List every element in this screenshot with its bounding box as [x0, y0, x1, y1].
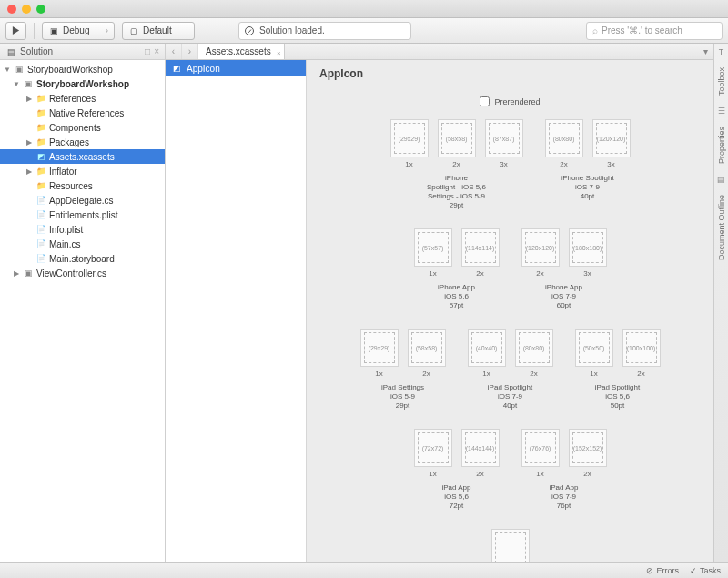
nav-forward-button[interactable]: › — [182, 44, 198, 59]
tree-item[interactable]: ▶📁Inflator — [0, 164, 165, 178]
icon-slot[interactable]: (72x72)1x — [412, 429, 454, 478]
project-node-2[interactable]: ▶ ▣ ViewController.cs — [0, 266, 165, 280]
item-label: Assets.xcassets — [49, 152, 115, 162]
minimize-window-button[interactable] — [22, 5, 31, 14]
close-window-button[interactable] — [7, 5, 16, 14]
chevron-down-icon[interactable]: ▼ — [4, 66, 11, 74]
pane-dock-icon[interactable]: □ — [145, 46, 150, 56]
tree-item[interactable]: ◩Assets.xcassets — [0, 149, 165, 164]
icon-well[interactable]: (58x58) — [408, 329, 446, 367]
icon-slot[interactable]: (29x29)1x — [359, 329, 400, 378]
group-label: iPhone App iOS 5,6 57pt — [412, 283, 501, 310]
chevron-right-icon[interactable]: ▶ — [25, 95, 33, 103]
icon-well[interactable]: (80x80) — [515, 329, 553, 367]
tree-item[interactable]: 📄AppDelegate.cs — [0, 193, 165, 208]
icon-slot[interactable]: (152x152)2x — [567, 429, 609, 478]
icon-slot[interactable]: (58x58)2x — [436, 119, 478, 168]
icon-slot[interactable]: (40x40)1x — [466, 329, 508, 378]
run-button[interactable] — [5, 22, 26, 40]
icon-slot[interactable]: (180x180)3x — [567, 228, 609, 278]
errors-button[interactable]: ⊘ Errors — [646, 566, 679, 575]
icon-well[interactable]: (87x87) — [485, 119, 523, 157]
tree-item[interactable]: ▶📁References — [0, 91, 165, 106]
icon-slot[interactable]: (114x114)2x — [460, 228, 501, 278]
project-node[interactable]: ▼ ▣ StoryboardWorkshop — [0, 76, 165, 91]
tree-item[interactable]: 📁Components — [0, 120, 165, 135]
icon-group-row: (29x29)1x(58x58)2xiPad Settings iOS 5-9 … — [319, 329, 701, 411]
icon-slot[interactable]: (29x29)1x — [389, 119, 430, 168]
properties-tab[interactable]: Properties — [717, 125, 726, 166]
tree-item[interactable]: ▶📁Packages — [0, 135, 165, 149]
icon-slot[interactable]: (80x80)2x — [543, 119, 585, 168]
slot-dimension: (57x57) — [415, 229, 451, 266]
group-label: iPad Spotlight iOS 5,6 50pt — [573, 383, 662, 411]
editor-tab[interactable]: Assets.xcassets × — [198, 44, 285, 59]
icon-well[interactable]: (29x29) — [360, 329, 399, 367]
icon-group-row: (29x29)1x(58x58)2x(87x87)3xiPhone Spotli… — [319, 119, 701, 210]
tree-item[interactable]: 📄Main.storyboard — [0, 251, 165, 266]
icon-slot[interactable]: (80x80)2x — [513, 329, 555, 378]
icon-slot[interactable] — [490, 529, 531, 562]
chevron-right-icon[interactable]: ▶ — [25, 167, 33, 176]
icon-slot[interactable]: (57x57)1x — [412, 228, 454, 278]
maximize-window-button[interactable] — [36, 5, 46, 14]
icon-well[interactable]: (57x57) — [414, 228, 452, 267]
icon-slot[interactable]: (120x120)2x — [520, 228, 561, 278]
tree-item[interactable]: 📄Entitlements.plist — [0, 208, 165, 222]
checkbox-input[interactable] — [480, 96, 490, 106]
toolbox-tab[interactable]: Toolbox — [717, 66, 726, 97]
slot-scale: 1x — [520, 470, 561, 478]
nav-back-button[interactable]: ‹ — [166, 44, 182, 59]
icon-well[interactable]: (80x80) — [545, 119, 583, 157]
icon-slot[interactable]: (58x58)2x — [406, 329, 448, 378]
icon-well[interactable] — [491, 529, 530, 562]
icon-slot[interactable]: (144x144)2x — [460, 429, 501, 478]
chevron-right-icon[interactable]: ▶ — [13, 269, 20, 278]
icon-slot[interactable]: (76x76)1x — [520, 429, 561, 478]
tree-item[interactable]: 📁Resources — [0, 178, 165, 193]
close-icon[interactable]: × — [277, 46, 281, 61]
icon-slot[interactable]: (120x120)3x — [591, 119, 632, 168]
icon-well[interactable]: (76x76) — [521, 429, 560, 467]
search-input[interactable]: ⌕ Press '⌘.' to search — [586, 22, 723, 40]
tree-item[interactable]: 📁Native References — [0, 106, 165, 120]
item-label: Entitlements.plist — [49, 210, 118, 220]
icon-well[interactable]: (29x29) — [390, 119, 429, 157]
asset-list[interactable]: ◩ AppIcon — [166, 60, 307, 562]
prerendered-checkbox[interactable]: Prerendered — [319, 96, 701, 106]
project-icon: ▣ — [23, 268, 34, 279]
icon-well[interactable]: (120x120) — [521, 228, 560, 267]
icon-well[interactable]: (120x120) — [592, 119, 631, 157]
chevron-right-icon[interactable]: ▶ — [25, 138, 33, 147]
tree-item[interactable]: 📄Info.plist — [0, 222, 165, 237]
icon-well[interactable]: (40x40) — [468, 329, 506, 367]
solution-tree[interactable]: ▼ ▣ StoryboardWorkshop ▼ ▣ StoryboardWor… — [0, 60, 165, 562]
tree-item[interactable]: 📄Main.cs — [0, 237, 165, 251]
slot-scale: 2x — [621, 370, 662, 378]
config-dropdown[interactable]: ▣ Debug › — [42, 22, 115, 40]
slot-scale: 3x — [591, 160, 632, 168]
icon-slot[interactable]: (87x87)3x — [483, 119, 525, 168]
solution-root[interactable]: ▼ ▣ StoryboardWorkshop — [0, 62, 165, 76]
icon-well[interactable]: (180x180) — [569, 228, 607, 267]
icon-well[interactable]: (72x72) — [414, 429, 452, 467]
tasks-button[interactable]: ✓ Tasks — [690, 566, 721, 575]
asset-list-item[interactable]: ◩ AppIcon — [166, 60, 306, 76]
target-dropdown[interactable]: ▢ Default — [122, 22, 195, 40]
pane-close-icon[interactable]: × — [154, 46, 159, 56]
icon-well[interactable]: (50x50) — [575, 329, 613, 367]
toolbox-icon[interactable]: T — [717, 47, 726, 56]
icon-well[interactable]: (100x100) — [622, 329, 661, 367]
properties-icon[interactable]: ☰ — [717, 106, 726, 116]
icon-well[interactable]: (152x152) — [569, 429, 607, 467]
box-icon: ▢ — [128, 25, 139, 36]
icon-well[interactable]: (58x58) — [438, 119, 476, 157]
tab-menu-button[interactable]: ▾ — [698, 46, 713, 56]
outline-icon[interactable]: ▤ — [717, 175, 726, 184]
chevron-down-icon[interactable]: ▼ — [13, 80, 20, 88]
icon-slot[interactable]: (50x50)1x — [573, 329, 615, 378]
icon-slot[interactable]: (100x100)2x — [621, 329, 662, 378]
document-outline-tab[interactable]: Document Outline — [717, 193, 726, 262]
icon-well[interactable]: (114x114) — [461, 228, 500, 267]
icon-well[interactable]: (144x144) — [461, 429, 500, 467]
